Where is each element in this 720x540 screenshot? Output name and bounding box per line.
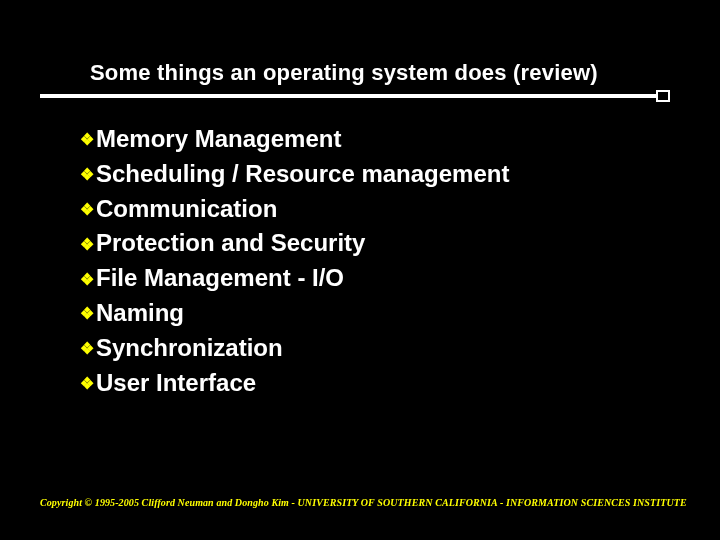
list-item-label: File Management - I/O xyxy=(96,261,344,296)
rule-endcap-icon xyxy=(656,90,670,102)
diamond-bullet-icon: ❖ xyxy=(80,167,94,183)
list-item: ❖ File Management - I/O xyxy=(80,261,680,296)
list-item: ❖ Scheduling / Resource management xyxy=(80,157,680,192)
copyright-footer: Copyright © 1995-2005 Clifford Neuman an… xyxy=(40,497,687,508)
slide-title: Some things an operating system does (re… xyxy=(90,60,680,86)
diamond-bullet-icon: ❖ xyxy=(80,132,94,148)
list-item-label: Protection and Security xyxy=(96,226,365,261)
diamond-bullet-icon: ❖ xyxy=(80,376,94,392)
list-item: ❖ Synchronization xyxy=(80,331,680,366)
diamond-bullet-icon: ❖ xyxy=(80,341,94,357)
diamond-bullet-icon: ❖ xyxy=(80,202,94,218)
diamond-bullet-icon: ❖ xyxy=(80,237,94,253)
bullet-list: ❖ Memory Management ❖ Scheduling / Resou… xyxy=(80,122,680,400)
list-item-label: Memory Management xyxy=(96,122,341,157)
list-item: ❖ Naming xyxy=(80,296,680,331)
list-item-label: Naming xyxy=(96,296,184,331)
list-item-label: Synchronization xyxy=(96,331,283,366)
diamond-bullet-icon: ❖ xyxy=(80,272,94,288)
list-item-label: Scheduling / Resource management xyxy=(96,157,509,192)
list-item: ❖ Communication xyxy=(80,192,680,227)
title-rule xyxy=(40,94,680,104)
list-item: ❖ Protection and Security xyxy=(80,226,680,261)
list-item-label: User Interface xyxy=(96,366,256,401)
list-item: ❖ Memory Management xyxy=(80,122,680,157)
diamond-bullet-icon: ❖ xyxy=(80,306,94,322)
rule-line xyxy=(40,94,670,98)
slide: Some things an operating system does (re… xyxy=(0,0,720,540)
list-item: ❖ User Interface xyxy=(80,366,680,401)
list-item-label: Communication xyxy=(96,192,277,227)
